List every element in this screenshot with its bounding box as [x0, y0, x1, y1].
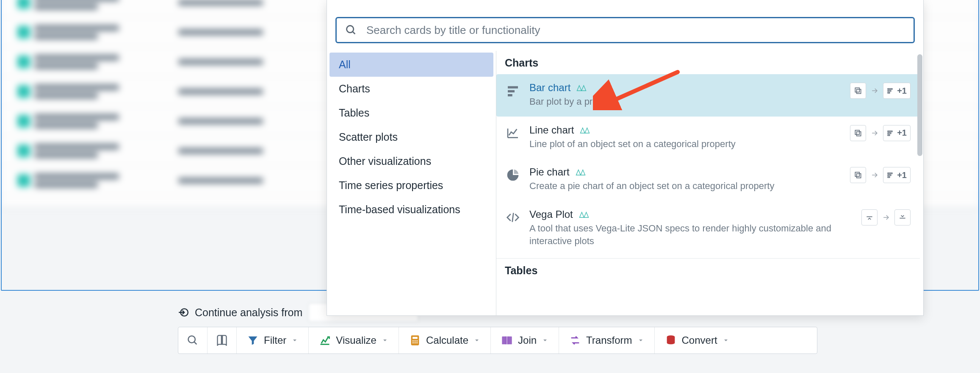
arrow-right-icon — [882, 213, 890, 222]
section-head-charts: Charts — [496, 51, 920, 74]
svg-point-27 — [416, 340, 418, 342]
duplicate-button[interactable] — [850, 125, 866, 141]
arrow-right-icon — [870, 129, 879, 137]
card-desc: Create a pie chart of an object set on a… — [529, 180, 841, 192]
svg-rect-4 — [508, 94, 512, 96]
card-picker-popup: All Charts Tables Scatter plots Other vi… — [327, 0, 924, 316]
transform-button[interactable]: Transform — [559, 327, 654, 354]
join-button[interactable]: Join — [491, 327, 559, 354]
category-sidebar: All Charts Tables Scatter plots Other vi… — [327, 51, 496, 315]
svg-rect-17 — [888, 173, 892, 174]
bar-chart-icon — [506, 84, 520, 98]
arrow-right-icon — [870, 86, 879, 95]
calculator-icon — [409, 334, 421, 346]
svg-rect-24 — [412, 337, 418, 339]
chevron-down-icon — [723, 337, 729, 344]
svg-rect-5 — [857, 89, 861, 94]
svg-rect-10 — [857, 131, 861, 136]
join-label: Join — [518, 334, 537, 346]
expand-top-button[interactable] — [861, 209, 878, 225]
card-title: Pie chart — [529, 166, 570, 178]
chart-icon — [319, 334, 331, 346]
scrollbar[interactable] — [917, 54, 922, 156]
card-line-chart[interactable]: Line chart Line plot of an object set on… — [496, 117, 920, 159]
cards-area: Charts Bar chart Bar plot by a property — [496, 51, 923, 315]
svg-point-21 — [188, 336, 195, 343]
expand-bottom-button[interactable] — [894, 209, 911, 225]
svg-rect-16 — [855, 173, 860, 177]
calculate-button[interactable]: Calculate — [399, 327, 491, 354]
svg-point-29 — [414, 342, 415, 343]
svg-rect-13 — [888, 133, 891, 134]
category-time-series-properties[interactable]: Time series properties — [329, 173, 493, 198]
search-input[interactable] — [366, 24, 905, 37]
svg-rect-8 — [888, 90, 891, 91]
svg-point-25 — [412, 340, 414, 342]
svg-rect-3 — [508, 90, 515, 92]
add-output-button[interactable]: +1 — [883, 167, 911, 183]
continue-label: Continue analysis from — [195, 306, 302, 319]
svg-point-26 — [414, 340, 415, 342]
decor-icon — [576, 84, 587, 92]
svg-rect-33 — [506, 337, 509, 345]
duplicate-button[interactable] — [850, 167, 866, 183]
search-box[interactable] — [335, 17, 915, 43]
category-other-visualizations[interactable]: Other visualizations — [329, 149, 493, 173]
search-button[interactable] — [178, 327, 208, 354]
action-toolbar: Filter Visualize Calculate Join Transfor… — [178, 327, 817, 354]
decor-icon — [578, 210, 590, 219]
decor-icon — [579, 126, 591, 134]
svg-line-1 — [353, 32, 355, 34]
search-icon — [187, 334, 199, 346]
category-time-based-visualizations[interactable]: Time-based visualizations — [329, 198, 493, 222]
badge-count: +1 — [897, 86, 907, 96]
card-title: Vega Plot — [529, 209, 573, 220]
card-title: Line chart — [529, 124, 574, 136]
docs-button[interactable] — [208, 327, 237, 354]
duplicate-button[interactable] — [850, 83, 866, 99]
pie-chart-icon — [506, 168, 520, 182]
add-output-button[interactable]: +1 — [883, 125, 911, 141]
convert-button[interactable]: Convert — [655, 327, 739, 354]
card-bar-chart[interactable]: Bar chart Bar plot by a property +1 — [496, 74, 920, 117]
card-pie-chart[interactable]: Pie chart Create a pie chart of an objec… — [496, 159, 920, 201]
line-chart-icon — [506, 126, 520, 140]
badge-count: +1 — [897, 170, 907, 180]
category-charts[interactable]: Charts — [329, 77, 493, 101]
join-icon — [501, 334, 513, 346]
database-icon — [665, 334, 677, 346]
svg-rect-11 — [855, 130, 860, 134]
card-vega-plot[interactable]: Vega Plot A tool that uses Vega-Lite JSO… — [496, 201, 920, 256]
svg-point-30 — [416, 342, 418, 343]
category-tables[interactable]: Tables — [329, 101, 493, 125]
svg-rect-12 — [888, 131, 892, 131]
svg-rect-7 — [888, 89, 892, 89]
card-actions: +1 — [850, 83, 911, 99]
filter-label: Filter — [264, 334, 286, 346]
visualize-button[interactable]: Visualize — [309, 327, 399, 354]
category-scatter-plots[interactable]: Scatter plots — [329, 125, 493, 149]
category-all[interactable]: All — [329, 53, 493, 77]
section-head-tables: Tables — [496, 259, 920, 282]
chevron-down-icon — [542, 337, 548, 344]
decor-icon — [575, 168, 587, 176]
add-output-button[interactable]: +1 — [883, 83, 911, 99]
svg-rect-6 — [855, 88, 860, 92]
svg-point-0 — [347, 26, 354, 33]
transform-icon — [569, 334, 581, 346]
calculate-label: Calculate — [426, 334, 468, 346]
chevron-down-icon — [637, 337, 644, 344]
transform-label: Transform — [586, 334, 632, 346]
visualize-label: Visualize — [336, 334, 376, 346]
card-actions: +1 — [850, 125, 911, 141]
card-actions — [861, 209, 911, 225]
filter-button[interactable]: Filter — [237, 327, 309, 354]
chevron-down-icon — [473, 337, 480, 344]
card-desc: Line plot of an object set on a categori… — [529, 138, 841, 150]
card-actions: +1 — [850, 167, 911, 183]
search-icon — [345, 24, 357, 36]
badge-count: +1 — [897, 128, 907, 138]
card-title: Bar chart — [529, 82, 570, 94]
svg-rect-2 — [508, 86, 518, 88]
chevron-down-icon — [382, 337, 388, 344]
